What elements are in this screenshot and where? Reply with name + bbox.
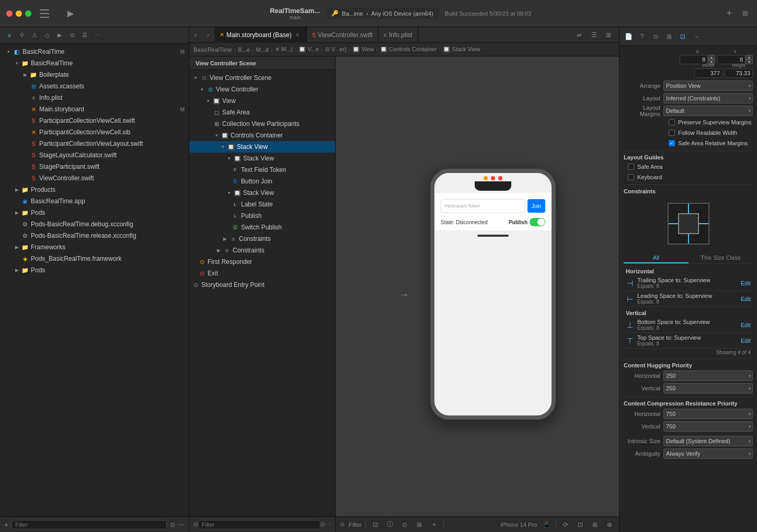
checkbox-safe-area-guide-box[interactable] [628, 164, 634, 170]
scene-item-stackview-main[interactable]: ▾ 🔲 Stack View [189, 141, 335, 153]
editor-options-icon[interactable]: ⊞ [602, 29, 615, 41]
checkbox-preserve-superview-box[interactable] [669, 119, 675, 125]
tab-mainstoryboard[interactable]: ✕ Main.storyboard (Base) ✕ [214, 27, 307, 43]
canvas-icon-add[interactable]: + [429, 519, 439, 530]
ambiguity-select[interactable]: Always Verify [663, 448, 753, 459]
scene-bottom-more[interactable]: ⋯ [325, 521, 331, 528]
scene-item-labelstate[interactable]: L Label State [189, 199, 335, 210]
tree-item-participantcell[interactable]: S ParticipantCollectionViewCell.swift [0, 115, 189, 126]
scene-item-vcscene[interactable]: ▾ ⊙ View Controller Scene [189, 72, 335, 84]
height-input[interactable] [725, 68, 753, 78]
scene-item-view[interactable]: ▾ 🔲 View [189, 95, 335, 107]
checkbox-safe-area-box[interactable]: ✓ [669, 140, 675, 146]
tree-item-stageparticipant[interactable]: S StageParticipant.swift [0, 161, 189, 172]
sidebar-options-icon[interactable]: ⋯ [178, 521, 185, 528]
close-button[interactable] [6, 10, 13, 17]
inspector-attributes-icon[interactable]: ⊞ [663, 31, 675, 42]
breadcrumb-v1[interactable]: 🔲 V...e [299, 46, 319, 53]
constraint-leading-edit[interactable]: Edit [741, 296, 751, 302]
scene-item-firstresponder[interactable]: ⊙ First Responder [189, 256, 335, 268]
scene-item-constraints-inner[interactable]: ▶ ≡ Constraints [189, 233, 335, 245]
authors-icon[interactable]: ⇌ [573, 29, 586, 41]
compression-horizontal-select[interactable]: 750 [663, 409, 753, 419]
checkbox-keyboard-guide-box[interactable] [628, 174, 634, 180]
tab-nav-forward[interactable]: › [202, 29, 214, 41]
scene-bottom-options[interactable]: ⊙ [320, 521, 325, 528]
hugging-horizontal-select[interactable]: 250 [663, 371, 753, 381]
intrinsic-select[interactable]: Default (System Defined) [663, 436, 753, 446]
breadcrumb-view[interactable]: 🔲 View [352, 46, 374, 53]
canvas-icon-info[interactable]: ⓘ [385, 519, 395, 530]
tree-item-basicalrealtime-group[interactable]: ▾ 📁 BasicRealTime [0, 57, 189, 69]
tree-item-viewcontrollerswift[interactable]: S ViewController.swift [0, 172, 189, 184]
tab-infoplist[interactable]: ≡ Info.plist [378, 27, 418, 43]
tree-item-stagelayout[interactable]: S StageLayoutCalculator.swift [0, 149, 189, 161]
tree-item-frameworks[interactable]: ▶ 📁 Frameworks [0, 241, 189, 253]
participant-token-input[interactable]: Participant Token [441, 199, 525, 213]
constraint-tab-all[interactable]: All [624, 252, 689, 263]
tab-nav-back[interactable]: ‹ [189, 29, 202, 41]
scene-item-publish[interactable]: L Publish [189, 210, 335, 222]
tree-item-products[interactable]: ▶ 📁 Products [0, 184, 189, 195]
scene-item-stackview-2[interactable]: ▾ 🔲 Stack View [189, 187, 335, 199]
breadcrumb-controls[interactable]: 🔲 Controls Container [380, 46, 437, 53]
constraint-trailing-edit[interactable]: Edit [741, 280, 751, 286]
y-stepper-up[interactable]: ▲ [745, 55, 753, 60]
tree-item-pods[interactable]: ▶ 📁 Pods [0, 207, 189, 218]
fullscreen-button[interactable] [25, 10, 31, 17]
sidebar-toggle-button[interactable] [40, 9, 49, 18]
tree-item-pods-debug[interactable]: ⚙ Pods-BasicRealTime.debug.xcconfig [0, 218, 189, 230]
breadcrumb-v2[interactable]: ⊙ V...er) [325, 46, 347, 53]
breadcrumb-b[interactable]: B...e [238, 47, 250, 53]
tree-item-pods2[interactable]: ▶ 📁 Pods [0, 264, 189, 276]
scene-item-buttonjoin[interactable]: B Button Join [189, 176, 335, 187]
canvas-device-icon[interactable]: 📱 [541, 519, 552, 530]
tree-item-pods-release[interactable]: ⚙ Pods-BasicRealTime.release.xcconfig [0, 230, 189, 241]
navigator-issues-icon[interactable]: ⚠ [29, 30, 40, 41]
scene-item-controls[interactable]: ▾ 🔲 Controls Container [189, 130, 335, 141]
layout-select[interactable]: Inferred (Constraints) [663, 93, 753, 103]
checkbox-follow-readable-box[interactable] [669, 130, 675, 136]
inspector-identity-icon[interactable]: ⊙ [650, 31, 661, 42]
tab-close-storyboard[interactable]: ✕ [294, 31, 301, 39]
breadcrumb-m2[interactable]: ✕ M...) [275, 46, 293, 53]
scene-item-textfield[interactable]: F Text Field Token [189, 164, 335, 176]
hugging-vertical-select[interactable]: 250 [663, 383, 753, 394]
x-stepper-up[interactable]: ▲ [708, 55, 715, 60]
breadcrumb-stackview[interactable]: 🔲 Stack View [443, 46, 480, 53]
width-input[interactable] [694, 68, 722, 78]
scene-item-collectionview[interactable]: ⊞ Collection View Participants [189, 118, 335, 130]
canvas-icon-aspect[interactable]: ⊡ [370, 519, 381, 530]
tab-viewcontroller[interactable]: S ViewController.swift [307, 27, 378, 43]
canvas-constraint-icon[interactable]: ⊞ [590, 519, 600, 530]
navigator-reports-icon[interactable]: ☰ [79, 30, 90, 41]
constraint-tab-size[interactable]: This Size Class [689, 252, 753, 263]
tree-item-mainstoryboard[interactable]: ✕ Main.storyboard M [0, 103, 189, 115]
constraint-top-edit[interactable]: Edit [741, 338, 751, 344]
add-file-button[interactable]: + [4, 521, 8, 529]
tree-item-framework[interactable]: ◈ Pods_BasicRealTime.framework [0, 253, 189, 264]
canvas-icon-grid[interactable]: ⊞ [414, 519, 425, 530]
add-editor-button[interactable]: + [724, 8, 735, 19]
inspector-connections-icon[interactable]: → [691, 31, 702, 42]
scene-item-vc[interactable]: ▾ ⊙ View Controller [189, 84, 335, 95]
canvas-size-icon[interactable]: ⊡ [575, 519, 586, 530]
minimap-icon[interactable]: ☰ [588, 29, 600, 41]
navigator-tests-icon[interactable]: ◇ [42, 30, 52, 41]
compression-vertical-select[interactable]: 750 [663, 421, 753, 432]
inspector-panel-toggle[interactable]: ⊞ [739, 8, 751, 19]
navigator-breakpoints-icon[interactable]: ⊙ [67, 30, 77, 41]
tree-item-basicalrealtime-root[interactable]: ▾ ◧ BasicRealTime M [0, 46, 189, 57]
scene-filter-input[interactable] [198, 520, 320, 529]
tree-item-infoplist[interactable]: ≡ Info.plist [0, 92, 189, 103]
constraint-bottom-edit[interactable]: Edit [741, 322, 751, 328]
canvas-icon-refresh[interactable]: ⊙ [399, 519, 410, 530]
inspector-size-icon active[interactable]: ⊡ [677, 31, 689, 42]
toggle-switch[interactable] [530, 218, 545, 226]
tree-item-boilerplate[interactable]: ▶ 📁 Boilerplate [0, 69, 189, 80]
scene-item-exit[interactable]: ⊙ Exit [189, 268, 335, 279]
tree-item-participantlayout[interactable]: S ParticipantCollectionViewLayout.swift [0, 138, 189, 149]
navigator-file-icon[interactable]: ≡ [4, 30, 15, 41]
tree-item-app[interactable]: ◉ BasicRealTime.app [0, 195, 189, 207]
scene-item-constraints-outer[interactable]: ▶ ≡ Constraints [189, 245, 335, 256]
